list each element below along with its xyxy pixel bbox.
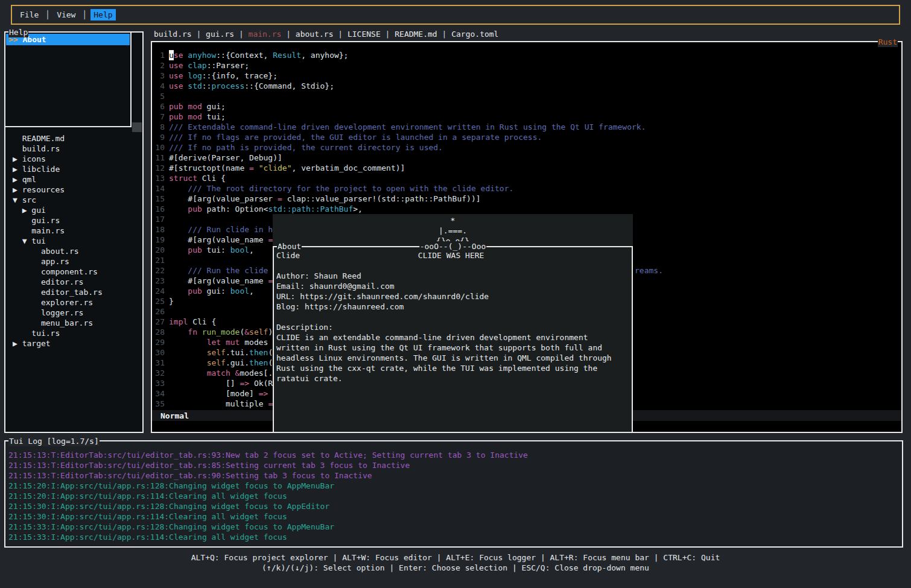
menu-separator: │ (42, 10, 54, 20)
keybinding-help-bar: ALT+Q: Focus project explorer | ALT+W: F… (0, 552, 911, 573)
code-token (221, 337, 226, 347)
file-tree-item[interactable]: ▶ gui (8, 205, 141, 215)
code-token: /// The root directory for the project t… (188, 183, 513, 194)
about-popup-content: Clide CLIDE WAS HEREAuthor: Shaun ReedEm… (276, 250, 630, 384)
code-token: gui; (202, 101, 226, 112)
file-tree-item[interactable]: editor_tab.rs (8, 287, 141, 297)
editor-tab-readme-md[interactable]: README.md (395, 30, 437, 39)
code-token (169, 245, 188, 255)
line-number: 3 (154, 71, 165, 81)
file-tree-item[interactable]: ▼ src (8, 195, 141, 205)
code-token: std::path::PathBuf (268, 204, 353, 214)
about-popup-line: URL: https://git.shaunreed.com/shaunrd0/… (276, 291, 630, 302)
about-popup-line: written in Rust using the Qt UI framewor… (276, 343, 630, 353)
line-number: 14 (154, 183, 165, 194)
log-entry: 21:15:13:T:EditorTab:src/tui/editor_tab.… (8, 470, 901, 481)
code-line: 7pub mod tui; (154, 112, 900, 122)
line-number: 9 (154, 132, 165, 142)
menu-item-view[interactable]: View (54, 9, 78, 21)
file-tree-item[interactable]: ▶ icons (8, 154, 141, 164)
code-token: /// Extendable command-line driven devel… (169, 122, 646, 132)
tab-separator: | (234, 30, 248, 39)
tui-log-panel[interactable]: Tui Log [log=1.7/s] 21:15:13:T:EditorTab… (4, 440, 903, 548)
code-token (169, 204, 188, 214)
file-tree-item[interactable]: about.rs (8, 246, 141, 256)
about-popup-line: Blog: https://shaunreed.com (276, 302, 630, 312)
editor-tab-license[interactable]: LICENSE (348, 30, 381, 39)
code-token: ::{info, trace}; (202, 71, 278, 81)
editor-mode-indicator: Normal (160, 411, 189, 421)
line-number: 33 (154, 378, 165, 388)
line-number: 6 (154, 101, 165, 112)
code-line: 11#[derive(Parser, Debug)] (154, 153, 900, 163)
file-tree-item[interactable]: ▶ libclide (8, 164, 141, 174)
file-tree-item[interactable]: ▶ qml (8, 174, 141, 185)
file-tree-item[interactable]: app.rs (8, 256, 141, 267)
code-token: , verbatim_doc_comment)] (292, 163, 405, 173)
file-tree-item[interactable]: ▶ resources (8, 185, 141, 195)
code-token: modes (240, 337, 268, 347)
line-number: 18 (154, 224, 165, 235)
code-token: & (235, 368, 240, 378)
code-token (183, 60, 188, 71)
code-line: 4use std::process::{Command, Stdio}; (154, 81, 900, 91)
code-token: impl (169, 317, 188, 327)
code-token: .gui. (226, 358, 249, 368)
dropdown-scrollbar-thumb[interactable] (132, 122, 142, 132)
code-token: #[structopt(name (169, 163, 249, 173)
file-tree-item[interactable]: gui.rs (8, 215, 141, 226)
code-line: 15 #[arg(value_parser = clap::value_pars… (154, 194, 900, 204)
editor-tab-build-rs[interactable]: build.rs (154, 30, 192, 39)
code-token: Cli { (188, 317, 216, 327)
code-token: "clide" (259, 163, 292, 173)
code-token: Ok(R (249, 378, 273, 388)
file-tree-item[interactable]: ▶ target (8, 338, 141, 349)
log-entries: 21:15:13:T:EditorTab:src/tui/editor_tab.… (8, 450, 901, 542)
about-popup-line: Description: (276, 322, 630, 332)
file-tree-item[interactable]: explorer.rs (8, 297, 141, 308)
code-token: , anyhow}; (301, 50, 348, 60)
code-token (254, 163, 259, 173)
line-number: 35 (154, 399, 165, 409)
code-token: mut (226, 337, 240, 347)
file-tree-item[interactable]: build.rs (8, 144, 141, 154)
clide-tui-app: File│View│Help README.md build.rs▶ icons… (0, 0, 911, 588)
file-tree-item[interactable]: menu_bar.rs (8, 318, 141, 328)
line-number: 30 (154, 347, 165, 358)
code-line: 12#[structopt(name = "clide", verbatim_d… (154, 163, 900, 173)
file-tree-item[interactable]: main.rs (8, 226, 141, 236)
about-popup-line: headless Linux environments. The GUI is … (276, 353, 630, 363)
keybinding-help-line-2: (↑/k)/(↓/j): Select option | Enter: Choo… (0, 563, 911, 573)
menu-item-help[interactable]: Help (90, 9, 115, 21)
code-token: process (211, 81, 244, 91)
code-token (169, 224, 188, 235)
code-token: ::{Command, Stdio}; (244, 81, 334, 91)
code-token: fn (188, 327, 197, 337)
editor-tab-gui-rs[interactable]: gui.rs (206, 30, 234, 39)
about-popup-box: About -ooO--(_)--Ooo Clide CLIDE WAS HER… (273, 246, 633, 433)
file-tree-item[interactable]: README.md (8, 133, 141, 144)
line-number: 21 (154, 255, 165, 265)
editor-tab-cargo-toml[interactable]: Cargo.toml (451, 30, 498, 39)
code-token: struct (169, 173, 197, 183)
line-number: 4 (154, 81, 165, 91)
editor-tab-main-rs[interactable]: main.rs (249, 30, 282, 39)
editor-tab-about-rs[interactable]: about.rs (296, 30, 334, 39)
code-token: bool (230, 286, 249, 296)
file-tree-item[interactable]: tui.rs (8, 328, 141, 338)
line-number: 11 (154, 153, 165, 163)
file-tree-item[interactable]: logger.rs (8, 308, 141, 318)
code-line: 3use log::{info, trace}; (154, 71, 900, 81)
tab-separator: | (381, 30, 395, 39)
code-token (197, 327, 202, 337)
file-tree-item[interactable]: component.rs (8, 267, 141, 277)
code-token: #[arg(value_parser (169, 194, 278, 204)
code-token: tui; (202, 112, 226, 122)
menu-item-file[interactable]: File (17, 9, 42, 21)
file-tree-item[interactable]: ▼ tui (8, 236, 141, 246)
file-tree-item[interactable]: editor.rs (8, 277, 141, 287)
log-entry: 21:15:20:I:App:src/tui/app.rs:128:Changi… (8, 481, 901, 491)
help-dropdown-menu: Help >> About (4, 31, 132, 127)
code-token: #[derive(Parser, Debug)] (169, 153, 282, 163)
line-number: 2 (154, 60, 165, 71)
